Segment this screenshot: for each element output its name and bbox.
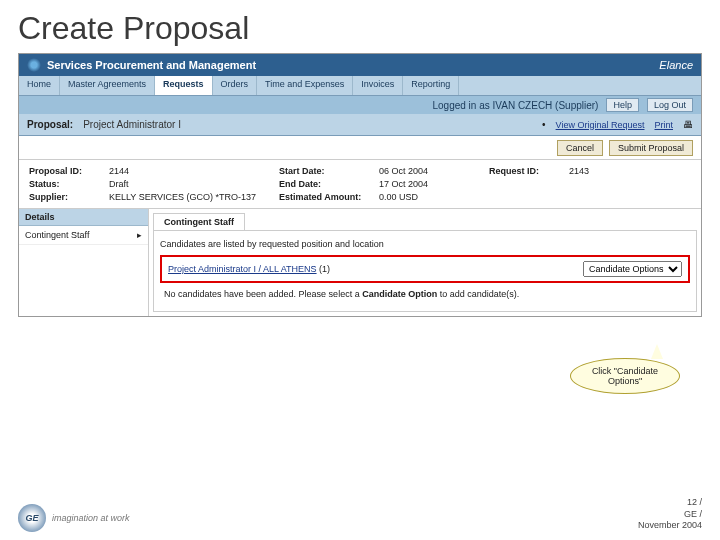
slide-footer: GE imagination at work 12 / GE / Novembe… xyxy=(18,497,702,532)
proposal-bar: Proposal: Project Administrator I • View… xyxy=(19,114,701,136)
amount-value: 0.00 USD xyxy=(379,192,489,202)
request-id-label: Request ID: xyxy=(489,166,569,176)
candidate-text: Project Administrator I / ALL ATHENS (1) xyxy=(168,264,330,274)
footer-meta: 12 / GE / November 2004 xyxy=(638,497,702,532)
tab-reporting[interactable]: Reporting xyxy=(403,76,459,95)
main-tab-contingent-staff[interactable]: Contingent Staff xyxy=(153,213,245,230)
supplier-label: Supplier: xyxy=(29,192,109,202)
print-icon[interactable]: 🖶 xyxy=(683,119,693,130)
footer-date: November 2004 xyxy=(638,520,702,532)
start-date-value: 06 Oct 2004 xyxy=(379,166,489,176)
submit-proposal-button[interactable]: Submit Proposal xyxy=(609,140,693,156)
tab-time-expenses[interactable]: Time and Expenses xyxy=(257,76,353,95)
ge-logo: GE imagination at work xyxy=(18,504,130,532)
app-logo-icon xyxy=(27,58,41,72)
request-id-value: 2143 xyxy=(569,166,649,176)
tab-orders[interactable]: Orders xyxy=(213,76,258,95)
help-button[interactable]: Help xyxy=(606,98,639,112)
tab-invoices[interactable]: Invoices xyxy=(353,76,403,95)
logout-button[interactable]: Log Out xyxy=(647,98,693,112)
details-box: Candidates are listed by requested posit… xyxy=(153,230,697,312)
status-label: Status: xyxy=(29,179,109,189)
app-screenshot: Services Procurement and Management Elan… xyxy=(18,53,702,317)
slide-title: Create Proposal xyxy=(0,0,720,53)
info-grid: Proposal ID: 2144 Start Date: 06 Oct 200… xyxy=(19,160,701,209)
tab-home[interactable]: Home xyxy=(19,76,60,95)
sidebar-item-contingent-staff[interactable]: Contingent Staff ▸ xyxy=(19,226,148,245)
proposal-label: Proposal: xyxy=(27,119,73,130)
details-sidebar: Details Contingent Staff ▸ xyxy=(19,209,149,316)
logged-in-text: Logged in as IVAN CZECH (Supplier) xyxy=(432,100,598,111)
proposal-id-value: 2144 xyxy=(109,166,279,176)
candidate-row-highlight: Project Administrator I / ALL ATHENS (1)… xyxy=(160,255,690,283)
bullet-icon: • xyxy=(542,119,546,130)
end-date-label: End Date: xyxy=(279,179,379,189)
details-main: Contingent Staff Candidates are listed b… xyxy=(149,209,701,316)
tab-requests[interactable]: Requests xyxy=(155,76,213,95)
callout-text: Click "Candidate Options" xyxy=(577,366,673,386)
ge-logo-icon: GE xyxy=(18,504,46,532)
app-brand: Elance xyxy=(659,59,693,71)
end-date-value: 17 Oct 2004 xyxy=(379,179,489,189)
action-row: Cancel Submit Proposal xyxy=(19,136,701,160)
candidate-count: (1) xyxy=(319,264,330,274)
app-header: Services Procurement and Management Elan… xyxy=(19,54,701,76)
callout-bubble: Click "Candidate Options" xyxy=(570,358,680,394)
proposal-id-label: Proposal ID: xyxy=(29,166,109,176)
status-value: Draft xyxy=(109,179,279,189)
no-candidates-hint: No candidates have been added. Please se… xyxy=(160,283,690,305)
sub-bar: Logged in as IVAN CZECH (Supplier) Help … xyxy=(19,96,701,114)
ge-tagline: imagination at work xyxy=(52,513,130,523)
view-original-request-link[interactable]: View Original Request xyxy=(556,120,645,130)
footer-org: GE / xyxy=(638,509,702,521)
supplier-value: KELLY SERVICES (GCO) *TRO-137 xyxy=(109,192,279,202)
nav-tabs: Home Master Agreements Requests Orders T… xyxy=(19,76,701,96)
page-number: 12 / xyxy=(638,497,702,509)
chevron-right-icon: ▸ xyxy=(137,230,142,240)
tab-master-agreements[interactable]: Master Agreements xyxy=(60,76,155,95)
app-title: Services Procurement and Management xyxy=(47,59,659,71)
candidate-link[interactable]: Project Administrator I / ALL ATHENS xyxy=(168,264,317,274)
candidate-options-dropdown[interactable]: Candidate Options xyxy=(583,261,682,277)
cancel-button[interactable]: Cancel xyxy=(557,140,603,156)
proposal-value: Project Administrator I xyxy=(83,119,181,130)
start-date-label: Start Date: xyxy=(279,166,379,176)
details-section: Details Contingent Staff ▸ Contingent St… xyxy=(19,209,701,316)
amount-label: Estimated Amount: xyxy=(279,192,379,202)
print-link[interactable]: Print xyxy=(654,120,673,130)
details-header: Details xyxy=(19,209,148,226)
sidebar-item-label: Contingent Staff xyxy=(25,230,89,240)
list-note: Candidates are listed by requested posit… xyxy=(160,237,690,255)
